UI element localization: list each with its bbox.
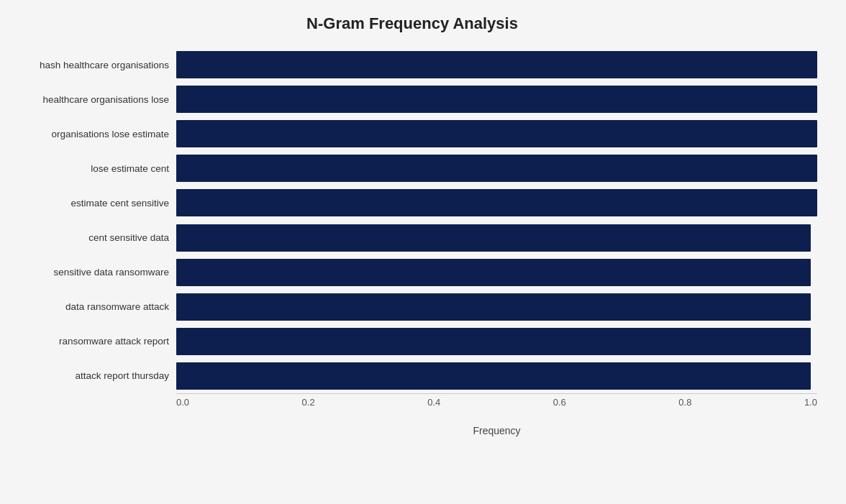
bar-label: estimate cent sensitive (7, 198, 176, 209)
x-tick-label: 1.0 (804, 397, 817, 408)
bar-row: hash healthcare organisations (7, 47, 817, 82)
x-axis-line (176, 393, 817, 394)
bar-label: hash healthcare organisations (7, 60, 176, 70)
bar-row: healthcare organisations lose (7, 82, 817, 116)
bar (176, 224, 811, 252)
bar-wrapper (176, 185, 817, 220)
chart-container: N-Gram Frequency Analysis hash healthcar… (0, 0, 846, 504)
bar (176, 86, 817, 113)
bar-wrapper (176, 220, 817, 255)
bar-wrapper (176, 290, 817, 324)
bar-row: cent sensitive data (7, 220, 817, 255)
bar (176, 259, 811, 286)
chart-title: N-Gram Frequency Analysis (7, 14, 817, 33)
bar (176, 293, 811, 321)
bar-wrapper (176, 82, 817, 116)
x-tick-label: 0.6 (553, 397, 566, 408)
bar-row: data ransomware attack (7, 290, 817, 324)
bar (176, 362, 811, 390)
bar-wrapper (176, 255, 817, 290)
bar-wrapper (176, 324, 817, 359)
bar-label: healthcare organisations lose (7, 94, 176, 105)
bar-row: attack report thursday (7, 359, 817, 393)
x-ticks: 0.00.20.40.60.81.0 (176, 397, 817, 408)
bar (176, 189, 817, 216)
bar (176, 328, 811, 355)
bar-label: lose estimate cent (7, 163, 176, 174)
bar-label: sensitive data ransomware (7, 267, 176, 278)
x-tick-label: 0.8 (678, 397, 691, 408)
bar-wrapper (176, 116, 817, 151)
x-tick-label: 0.2 (302, 397, 315, 408)
bar-row: sensitive data ransomware (7, 255, 817, 290)
x-tick-label: 0.0 (176, 397, 189, 408)
x-axis-area: 0.00.20.40.60.81.0 Frequency (176, 393, 817, 436)
bar-label: attack report thursday (7, 370, 176, 381)
bar-label: organisations lose estimate (7, 129, 176, 139)
bar-row: ransomware attack report (7, 324, 817, 359)
bar-wrapper (176, 359, 817, 393)
bar-wrapper (176, 151, 817, 185)
bar-label: cent sensitive data (7, 232, 176, 243)
bar-label: ransomware attack report (7, 336, 176, 347)
bar-row: organisations lose estimate (7, 116, 817, 151)
chart-area: hash healthcare organisationshealthcare … (7, 47, 817, 436)
bar-wrapper (176, 47, 817, 82)
bar (176, 120, 817, 147)
bar-label: data ransomware attack (7, 301, 176, 312)
x-tick-label: 0.4 (427, 397, 440, 408)
bar (176, 155, 817, 182)
bar (176, 51, 817, 78)
x-axis-label: Frequency (176, 425, 817, 436)
bar-row: lose estimate cent (7, 151, 817, 185)
bar-row: estimate cent sensitive (7, 185, 817, 220)
